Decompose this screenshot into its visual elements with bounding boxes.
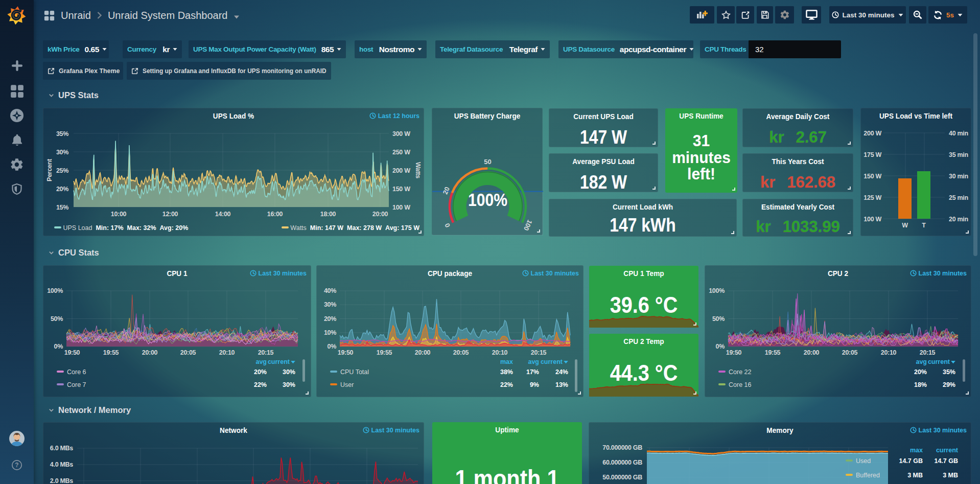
- svg-text:40%: 40%: [324, 287, 336, 294]
- svg-text:50%: 50%: [51, 315, 63, 322]
- svg-text:20:10: 20:10: [881, 349, 897, 356]
- svg-text:14:00: 14:00: [215, 211, 231, 218]
- svg-text:125 W: 125 W: [864, 194, 881, 201]
- svg-text:19:55: 19:55: [765, 349, 781, 356]
- svg-text:19:50: 19:50: [338, 349, 354, 356]
- svg-text:20:15: 20:15: [258, 349, 274, 356]
- svg-text:12:00: 12:00: [162, 211, 178, 218]
- svg-text:20:10: 20:10: [219, 349, 235, 356]
- svg-text:20:15: 20:15: [920, 349, 936, 356]
- svg-text:20 min: 20 min: [949, 216, 968, 223]
- svg-text:18:00: 18:00: [320, 211, 336, 218]
- svg-text:50.000000 GB: 50.000000 GB: [602, 474, 642, 481]
- svg-text:10%: 10%: [324, 329, 336, 336]
- svg-text:15%: 15%: [56, 204, 68, 211]
- svg-text:35 min: 35 min: [949, 151, 968, 158]
- svg-text:20%: 20%: [56, 186, 68, 193]
- svg-text:25%: 25%: [56, 167, 68, 174]
- svg-text:25 min: 25 min: [949, 194, 968, 201]
- svg-text:100 W: 100 W: [392, 204, 410, 211]
- svg-text:30 min: 30 min: [949, 173, 968, 180]
- svg-text:250 W: 250 W: [392, 149, 410, 156]
- svg-text:20:00: 20:00: [142, 349, 158, 356]
- svg-text:T: T: [922, 222, 926, 229]
- svg-text:20:00: 20:00: [415, 349, 431, 356]
- svg-text:200 W: 200 W: [392, 167, 410, 174]
- svg-text:50: 50: [484, 158, 491, 166]
- svg-text:20:05: 20:05: [180, 349, 196, 356]
- svg-text:20%: 20%: [324, 315, 336, 322]
- svg-text:2.0 MBs: 2.0 MBs: [50, 477, 73, 484]
- svg-text:Percent: Percent: [46, 158, 53, 181]
- svg-text:20:00: 20:00: [372, 211, 388, 218]
- svg-text:175 W: 175 W: [864, 151, 881, 158]
- svg-text:19:50: 19:50: [64, 349, 80, 356]
- svg-text:20:00: 20:00: [804, 349, 820, 356]
- svg-text:19:55: 19:55: [377, 349, 392, 356]
- svg-text:300 W: 300 W: [392, 130, 410, 137]
- svg-text:100%: 100%: [468, 190, 507, 210]
- svg-text:50%: 50%: [712, 315, 725, 322]
- svg-text:60.000000 GB: 60.000000 GB: [602, 459, 642, 466]
- svg-text:16:00: 16:00: [267, 211, 283, 218]
- svg-text:100%: 100%: [47, 287, 63, 294]
- svg-text:30%: 30%: [324, 301, 336, 308]
- svg-text:6.0 MBs: 6.0 MBs: [50, 445, 73, 452]
- svg-text:Watts: Watts: [414, 162, 422, 178]
- svg-text:4.0 MBs: 4.0 MBs: [50, 461, 73, 468]
- svg-text:20:05: 20:05: [453, 349, 469, 356]
- svg-text:0%: 0%: [716, 343, 725, 350]
- svg-text:150 W: 150 W: [864, 173, 881, 180]
- svg-text:19:55: 19:55: [103, 349, 119, 356]
- svg-text:10:00: 10:00: [111, 211, 127, 218]
- svg-text:0%: 0%: [328, 343, 337, 350]
- svg-text:150 W: 150 W: [392, 186, 410, 193]
- svg-text:100%: 100%: [709, 287, 725, 294]
- svg-text:100 W: 100 W: [864, 216, 881, 223]
- svg-text:W: W: [902, 222, 908, 229]
- svg-text:35%: 35%: [56, 130, 68, 137]
- svg-text:200 W: 200 W: [864, 130, 881, 137]
- svg-text:?: ?: [15, 462, 18, 469]
- svg-text:40 min: 40 min: [949, 130, 968, 137]
- svg-text:20:05: 20:05: [842, 349, 858, 356]
- svg-text:19:50: 19:50: [726, 349, 742, 356]
- svg-text:30%: 30%: [56, 149, 68, 156]
- svg-text:20:10: 20:10: [492, 349, 508, 356]
- svg-text:0%: 0%: [54, 343, 63, 350]
- svg-text:20:15: 20:15: [531, 349, 547, 356]
